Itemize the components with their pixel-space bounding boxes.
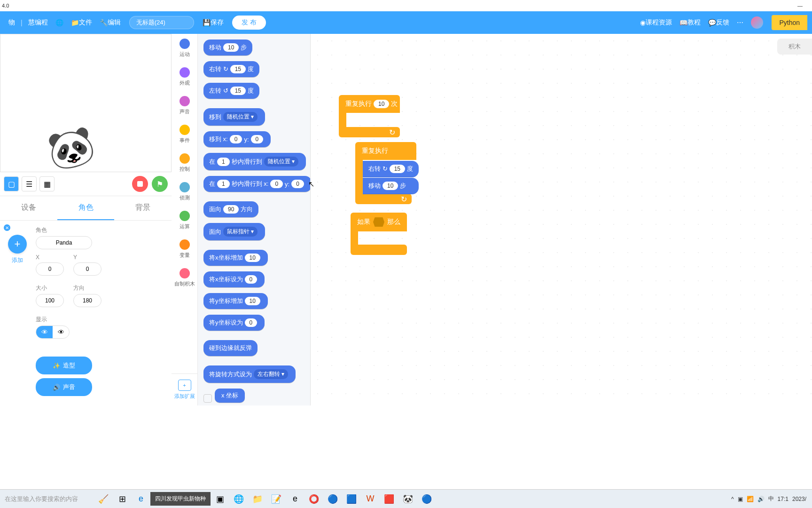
stop-button[interactable] [132,176,148,192]
block-turn-left[interactable]: 左转 ↺15度 [203,83,259,99]
add-extension-button[interactable]: + 添加扩展 [172,373,197,405]
block-glide-random[interactable]: 在1秒内滑行到随机位置 ▾ [203,153,306,170]
category-运动[interactable]: 运动 [174,39,195,58]
cleanup-icon[interactable]: 🧹 [95,491,112,508]
category-变量[interactable]: 变量 [174,239,195,259]
file-menu[interactable]: 📁 文件 [71,18,92,27]
size-input[interactable] [36,294,64,307]
news-widget[interactable]: 四川发现甲虫新物种 [150,492,211,506]
block-set-x[interactable]: 将x坐标设为0 [203,271,265,287]
save-button[interactable]: 💾 保存 [203,18,224,27]
view-grid-button[interactable]: ▦ [39,176,55,191]
menu-product[interactable]: 物 [8,18,15,27]
block-forever[interactable]: 重复执行 ↻ 右转 ↻15度 移动10步 [355,142,416,204]
ime-indicator[interactable]: 中 [768,495,774,503]
word-icon[interactable]: 📝 [268,491,285,508]
menu-app[interactable]: 慧编程 [28,18,48,27]
clock-time[interactable]: 17:1 [778,496,789,502]
block-point-mouse[interactable]: 面向鼠标指针 ▾ [203,223,265,240]
taskview-icon[interactable]: ⊞ [114,491,131,508]
panda-app-icon[interactable]: 🐼 [399,491,416,508]
clock-date: 2023/ [792,496,806,502]
block-point-direction[interactable]: 面向90方向 [203,201,258,217]
panda-sprite[interactable]: 🐼 [43,121,100,176]
block-goto-xy[interactable]: 移到 x:0y:0 [203,131,271,147]
block-palette[interactable]: 移动10步 右转 ↻15度 左转 ↺15度 移到随机位置 ▾ 移到 x:0y:0… [198,34,311,405]
category-运算[interactable]: 运算 [174,211,195,230]
block-glide-xy[interactable]: 在1秒内滑行到 x:0y:0 [203,176,311,192]
edit-menu[interactable]: 🔧 编辑 [100,18,121,27]
app4-icon[interactable]: 🔵 [418,491,435,508]
course-link[interactable]: ◉ 课程资源 [640,18,672,27]
avatar[interactable] [751,16,763,29]
tab-background[interactable]: 背景 [114,196,172,220]
block-inner-move[interactable]: 移动10步 [363,178,419,194]
sound-button[interactable]: 🔊 声音 [36,378,92,396]
workspace-tab-blocks[interactable]: 积木 [777,39,812,55]
ie-icon[interactable]: e [133,491,149,508]
browser-icon[interactable]: e [287,491,304,508]
hide-icon[interactable]: 👁 [53,326,69,338]
feedback-link[interactable]: 💬 反馈 [708,18,729,27]
block-repeat-n[interactable]: 重复执行10次 ↻ [339,95,400,137]
block-move[interactable]: 移动10步 [203,40,252,56]
tutorial-link[interactable]: 📖 教程 [679,18,701,27]
y-input[interactable] [73,262,102,276]
taskbar-search[interactable]: 在这里输入你要搜索的内容 [0,495,94,503]
edge-icon[interactable]: 🌐 [230,491,247,508]
category-dot-icon [180,182,190,192]
block-turn-right[interactable]: 右转 ↻15度 [203,61,259,77]
costume-button[interactable]: ✨ 造型 [36,357,92,374]
category-侦测[interactable]: 侦测 [174,182,195,201]
block-edge-bounce[interactable]: 碰到边缘就反弹 [203,340,258,356]
direction-input[interactable] [73,294,102,307]
python-button[interactable]: Python [772,15,807,30]
view-list-button[interactable]: ☰ [22,176,37,191]
globe-icon[interactable]: 🌐 [55,19,63,26]
wps-icon[interactable]: W [362,491,379,508]
app-version: 4.0 [2,3,9,8]
block-x-position[interactable]: x 坐标 [215,389,245,403]
block-set-y[interactable]: 将y坐标设为0 [203,315,265,331]
xpos-checkbox[interactable] [203,394,212,403]
show-icon[interactable]: 👁 [36,326,53,338]
block-goto-random[interactable]: 移到随机位置 ▾ [203,108,265,126]
category-dot-icon [180,96,190,106]
block-change-x[interactable]: 将x坐标增加10 [203,250,268,266]
wifi-icon[interactable]: 📶 [747,496,754,502]
extension-icon: + [178,380,191,391]
app3-icon[interactable]: 🟥 [381,491,398,508]
x-input[interactable] [36,262,64,276]
more-icon[interactable]: ⋯ [737,19,743,26]
windows-taskbar[interactable]: 在这里输入你要搜索的内容 🧹 ⊞ e 四川发现甲虫新物种 ▣ 🌐 📁 📝 e ⭕… [0,489,812,508]
explorer-icon[interactable]: 📁 [249,491,266,508]
category-控制[interactable]: 控制 [174,153,195,173]
go-button[interactable]: ⚑ [152,176,168,192]
category-声音[interactable]: 声音 [174,96,195,115]
publish-button[interactable]: 发 布 [232,16,266,30]
tray-app-icon[interactable]: ▣ [738,496,743,502]
sprite-name-input[interactable] [36,236,92,249]
block-change-y[interactable]: 将y坐标增加10 [203,293,268,309]
category-外观[interactable]: 外观 [174,67,195,87]
project-name-input[interactable]: 无标题(24) [129,16,194,29]
tab-device[interactable]: 设备 [0,196,57,220]
view-small-button[interactable]: ▢ [4,176,19,191]
app2-icon[interactable]: 🟦 [343,491,360,508]
category-自制积木[interactable]: 自制积木 [174,268,195,287]
visibility-toggle[interactable]: 👁 👁 [36,325,70,339]
category-事件[interactable]: 事件 [174,125,195,144]
volume-icon[interactable]: 🔊 [757,496,765,502]
block-inner-turn[interactable]: 右转 ↻15度 [363,161,419,177]
app1-icon[interactable]: 🔵 [324,491,341,508]
tray-chevron-icon[interactable]: ^ [731,496,734,502]
close-sprite-icon[interactable]: ✕ [4,224,10,231]
block-if[interactable]: 如果那么 [351,213,407,255]
add-sprite-button[interactable]: + [8,235,27,254]
script-workspace[interactable]: 积木 重复执行10次 ↻ 重复执行 ↻ 右转 ↻15度 移动10步 如果那么 ↖ [311,34,812,405]
system-tray[interactable]: ^ ▣ 📶 🔊 中 17:1 2023/ [729,495,812,503]
tab-sprite[interactable]: 角色 [57,196,115,220]
terminal-icon[interactable]: ▣ [211,491,228,508]
chrome-icon[interactable]: ⭕ [305,491,322,508]
block-rotation-style[interactable]: 将旋转方式设为左右翻转 ▾ [203,365,296,383]
